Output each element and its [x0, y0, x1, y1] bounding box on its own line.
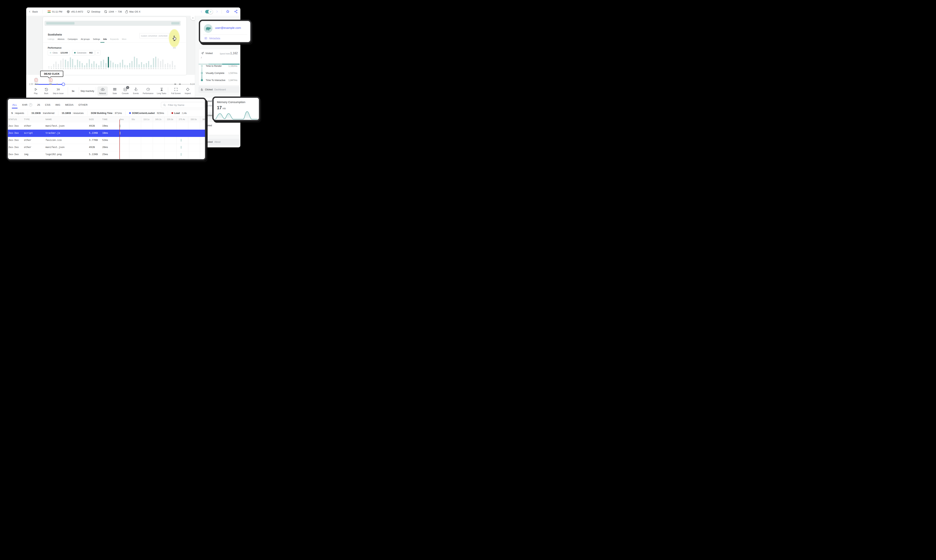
network-tab-all[interactable]: ALL — [12, 103, 17, 106]
event-clicked-dashboard[interactable]: Clicked Dashboard — [199, 86, 240, 93]
play-button[interactable]: Play — [30, 87, 41, 94]
cell-size: 492B — [89, 146, 95, 149]
performance-section-title: Performance — [48, 46, 62, 49]
back-10s-button[interactable]: 10 Back — [41, 87, 52, 94]
topbar-divider-2 — [222, 9, 222, 14]
speed-button[interactable]: 1x — [72, 89, 74, 92]
add-kpi-button[interactable]: + — [95, 50, 100, 55]
site-tab-settings[interactable]: Settings — [93, 38, 100, 40]
chart-bar — [127, 65, 128, 68]
network-tab-img[interactable]: IMG — [55, 103, 60, 106]
waterfall-tick — [120, 132, 120, 134]
chart-bar — [65, 60, 66, 68]
network-tab-js[interactable]: JS — [37, 103, 40, 106]
column-header-name[interactable]: NAME — [45, 118, 52, 120]
performance-panel-button[interactable]: Performance — [143, 87, 154, 94]
kpi-clicks[interactable]: Clicks 123,949 — [48, 50, 70, 55]
network-tab-media[interactable]: MEDIA — [65, 103, 74, 106]
kpi-conversion[interactable]: Conversion 902 — [72, 50, 95, 55]
timeline-event-dot[interactable] — [35, 84, 37, 85]
events-panel-button[interactable]: Events — [131, 87, 141, 94]
column-header-status[interactable]: STATUS — [8, 118, 17, 120]
table-row[interactable]: 2xx-3xximglogo192.png5.22KB25ms — [8, 151, 205, 158]
favorite-star-button[interactable] — [226, 9, 230, 14]
next-session-button[interactable] — [215, 10, 219, 14]
column-header-time[interactable]: TIME — [102, 118, 108, 120]
site-tab-campaigns[interactable]: Campaigns — [68, 38, 77, 40]
cell-type: img — [24, 153, 28, 155]
cell-name: logo192.png — [45, 153, 62, 155]
site-tab-ad-groups[interactable]: Ad groups — [81, 38, 90, 40]
long-tasks-panel-button[interactable]: Long Tasks — [156, 87, 167, 94]
user-card: user@example.com Metadata — [199, 20, 251, 43]
inspect-button[interactable]: Inspect — [182, 87, 193, 94]
site-tab-advices[interactable]: Advices — [58, 38, 65, 40]
performance-more-button[interactable]: ••• — [173, 47, 176, 49]
console-panel-button[interactable]: 3 Console — [120, 87, 131, 94]
waterfall-tick — [181, 146, 182, 149]
skip-to-issue-button[interactable]: Skip to Issue — [53, 87, 64, 94]
site-title: Scotisheio — [48, 33, 62, 36]
site-tab-more[interactable]: More — [122, 38, 126, 40]
prev-session-button[interactable] — [200, 10, 203, 14]
timeline-current-time: 1:00 — [28, 83, 33, 86]
chart-bar — [139, 65, 140, 68]
network-panel-button[interactable]: Network — [97, 87, 108, 94]
xhr-help-icon[interactable]: ? — [29, 103, 32, 106]
metadata-button[interactable]: Metadata — [204, 37, 220, 40]
time-axis-tick: 110.1s — [143, 118, 150, 120]
state-panel-button[interactable]: State — [109, 87, 120, 94]
cell-type: script — [24, 131, 33, 134]
cell-name: favicon.ico — [45, 138, 62, 142]
column-header-size[interactable]: SIZE — [89, 118, 94, 120]
table-row[interactable]: 2xx-3xxotherfavicon.ico3.77KB52ms — [8, 137, 205, 144]
chart-bar — [108, 57, 109, 68]
date-range-select[interactable]: Custom: 14/12/2019 - 21/01/2020 ⌄ — [139, 33, 170, 38]
memory-sparkline — [215, 110, 258, 120]
chart-bar — [122, 60, 123, 68]
cell-status: 2xx-3xx — [8, 125, 19, 127]
share-button[interactable] — [234, 9, 238, 14]
autoplay-toggle[interactable]: ✓ — [205, 10, 213, 14]
network-tab-other[interactable]: OTHER — [79, 103, 88, 106]
filter-by-name-input[interactable] — [168, 103, 202, 107]
time-axis-tick: 220.3s — [167, 118, 173, 120]
timeline-event-dot[interactable] — [51, 84, 52, 85]
site-tab-ads[interactable]: Ads — [103, 38, 107, 40]
back-button[interactable]: Back — [28, 8, 38, 16]
site-nav-tabs: ListingsAdvicesCampaignsAd groupsSetting… — [48, 38, 126, 40]
skip-inactivity-button[interactable]: Skip Inactivity — [80, 90, 94, 92]
site-tab-listings[interactable]: Listings — [48, 38, 54, 40]
network-summary-item: Load: 1.4s — [168, 111, 190, 115]
chart-bar — [79, 61, 80, 68]
cell-time: 18ms — [102, 131, 108, 134]
timeline-event-dot[interactable] — [180, 84, 181, 85]
memory-consumption-card: Memory Consumption 17mb — [212, 97, 260, 121]
visited-event-card[interactable]: Visited Speed Index 1,162 / Time to Rend… — [199, 49, 240, 86]
crosshair-icon — [186, 87, 190, 92]
timeline-event-dot[interactable] — [175, 84, 176, 85]
chart-bar — [100, 61, 102, 68]
table-row[interactable]: 2xx-3xxothermanifest.json492B26ms — [8, 144, 205, 151]
timeline-event-dot[interactable] — [37, 84, 39, 85]
user-email[interactable]: user@example.com — [215, 26, 241, 29]
table-row[interactable]: 2xx-3xxscripttracker.js5.22KB18ms — [8, 129, 205, 137]
collapse-panel-button[interactable] — [191, 16, 195, 20]
cell-status: 2xx-3xx — [8, 131, 19, 134]
chart-bar — [141, 62, 142, 68]
browser-version: v91.0.4472 — [67, 8, 83, 16]
avatar — [204, 24, 213, 33]
gauge-icon — [146, 87, 150, 92]
timeline-playhead[interactable] — [62, 83, 65, 86]
network-tab-css[interactable]: CSS — [45, 103, 51, 106]
network-search-box[interactable] — [161, 102, 205, 108]
site-tab-keywords[interactable]: Keywords — [110, 38, 119, 40]
table-row[interactable]: 2xx-3xxothermanifest.json492B19ms — [8, 123, 205, 130]
column-header-type[interactable]: TYPE — [24, 118, 30, 120]
full-screen-button[interactable]: Full Screen — [171, 87, 181, 94]
network-tab-xhr[interactable]: XHR — [22, 103, 28, 106]
timeline-event-dot[interactable] — [57, 84, 58, 85]
chart-bar — [67, 61, 68, 68]
double-chevron-right-icon — [192, 17, 194, 19]
network-summary-item: DOMContentLoaded: 923ms — [126, 111, 168, 115]
